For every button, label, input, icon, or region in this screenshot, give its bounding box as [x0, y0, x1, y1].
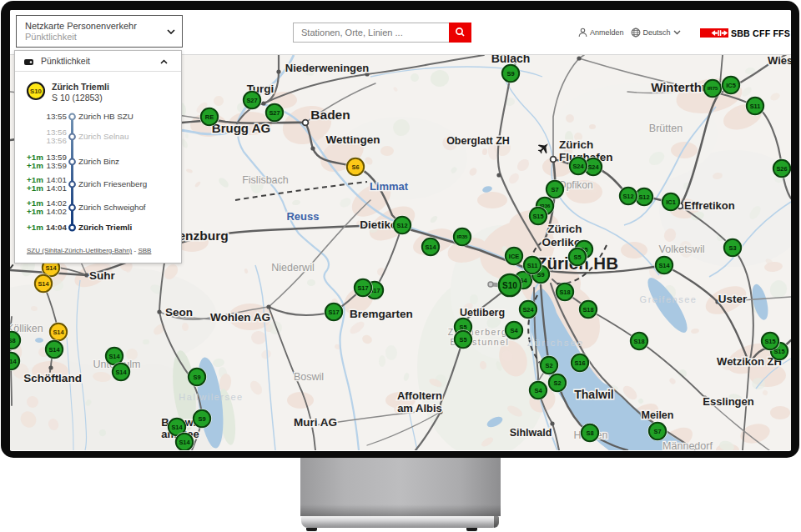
svg-text:S14: S14	[53, 329, 64, 336]
svg-text:Zürich: Zürich	[559, 138, 593, 151]
svg-text:Zürich Binz: Zürich Binz	[78, 157, 119, 166]
svg-text:S10: S10	[502, 281, 517, 290]
svg-text:Sihlwald: Sihlwald	[510, 427, 552, 439]
svg-text:Zürich: Zürich	[547, 223, 582, 235]
svg-text:Effretikon: Effretikon	[684, 199, 735, 212]
svg-text:S11: S11	[750, 103, 761, 110]
svg-text:RE: RE	[205, 113, 214, 121]
svg-text:S9: S9	[198, 415, 205, 423]
svg-text:S26: S26	[776, 165, 787, 173]
svg-text:13:59: 13:59	[46, 161, 67, 170]
svg-text:S14: S14	[179, 439, 190, 446]
svg-text:Uetliberg: Uetliberg	[460, 307, 505, 319]
svg-text:Greifensee: Greifensee	[640, 294, 698, 304]
svg-text:IC1: IC1	[666, 198, 676, 206]
svg-text:IR75: IR75	[708, 86, 718, 91]
svg-text:S14: S14	[115, 369, 127, 376]
svg-text:S14: S14	[658, 262, 670, 269]
svg-text:S27: S27	[269, 109, 280, 117]
svg-text:13:55: 13:55	[46, 112, 67, 121]
svg-text:Wettingen: Wettingen	[326, 133, 380, 146]
svg-text:+1m: +1m	[27, 183, 43, 193]
svg-text:Schöftland: Schöftland	[23, 372, 82, 384]
svg-text:+1m: +1m	[27, 161, 43, 170]
svg-text:S8: S8	[586, 429, 593, 437]
svg-text:Männedorf: Männedorf	[662, 440, 713, 450]
svg-text:Limmat: Limmat	[370, 180, 409, 193]
svg-text:S11: S11	[527, 262, 538, 269]
svg-text:S12: S12	[396, 222, 407, 229]
svg-text:Oberglatt ZH: Oberglatt ZH	[446, 135, 510, 147]
svg-text:S14: S14	[108, 353, 120, 360]
svg-text:14:04: 14:04	[46, 223, 68, 232]
svg-text:S2: S2	[545, 362, 552, 369]
svg-text:IR35: IR35	[457, 234, 468, 239]
svg-text:S24: S24	[522, 306, 534, 314]
svg-text:S14: S14	[171, 424, 183, 431]
svg-text:S8: S8	[10, 337, 16, 344]
svg-text:SBB CFF FFS: SBB CFF FFS	[731, 28, 790, 38]
svg-text:S5: S5	[459, 336, 466, 344]
svg-text:S10: S10	[30, 88, 43, 95]
svg-text:Niederweningen: Niederweningen	[285, 62, 369, 74]
svg-text:S14: S14	[38, 280, 49, 288]
svg-text:+1m: +1m	[27, 223, 43, 232]
svg-text:S18: S18	[633, 338, 644, 345]
svg-text:Zürichsee: Zürichsee	[527, 338, 585, 348]
svg-text:Esslingen: Esslingen	[703, 395, 753, 408]
svg-text:S16: S16	[574, 359, 585, 367]
svg-text:Zürich Selnau: Zürich Selnau	[78, 132, 128, 141]
svg-text:+1m: +1m	[27, 207, 43, 216]
svg-text:S24: S24	[572, 163, 584, 170]
svg-text:S18: S18	[582, 306, 593, 314]
svg-text:S14: S14	[48, 346, 60, 354]
svg-text:Niederwil: Niederwil	[271, 262, 314, 274]
svg-text:S3: S3	[728, 244, 736, 252]
svg-text:S5: S5	[573, 253, 581, 261]
svg-text:14:01: 14:01	[46, 183, 67, 193]
svg-text:ICE: ICE	[509, 253, 519, 260]
svg-text:Bülach: Bülach	[491, 55, 531, 65]
svg-text:Wiesendangen: Wiesendangen	[768, 55, 791, 67]
svg-text:Volketswil: Volketswil	[659, 243, 705, 255]
svg-text:Meilen: Meilen	[642, 409, 674, 421]
svg-text:Suhr: Suhr	[89, 269, 115, 282]
svg-text:Affoltern: Affoltern	[397, 389, 442, 402]
svg-text:S14: S14	[425, 243, 436, 251]
svg-text:S24: S24	[587, 163, 599, 171]
svg-text:Fislisbach: Fislisbach	[242, 174, 289, 186]
svg-text:S17: S17	[357, 284, 368, 292]
svg-text:S4: S4	[510, 327, 518, 334]
svg-text:Bremgarten: Bremgarten	[350, 308, 413, 320]
svg-text:13:56: 13:56	[46, 136, 67, 145]
svg-text:S7: S7	[551, 186, 558, 193]
svg-text:S14: S14	[10, 358, 17, 365]
svg-text:S14: S14	[45, 264, 57, 272]
svg-text:S17: S17	[328, 309, 339, 316]
svg-text:Seon: Seon	[165, 306, 193, 319]
svg-text:am Albis: am Albis	[397, 402, 442, 414]
svg-text:Brütten: Brütten	[649, 123, 683, 134]
svg-text:S12: S12	[622, 193, 633, 200]
svg-text:S 10 (12853): S 10 (12853)	[52, 93, 103, 103]
svg-text:S18: S18	[559, 289, 570, 296]
svg-text:S7: S7	[653, 428, 661, 435]
svg-text:S12: S12	[638, 193, 649, 201]
svg-text:Brugg AG: Brugg AG	[212, 121, 270, 135]
svg-text:Zürich Triemli: Zürich Triemli	[78, 223, 133, 232]
svg-text:Wohlen AG: Wohlen AG	[210, 311, 270, 324]
svg-text:Reuss: Reuss	[286, 210, 319, 223]
svg-text:14:02: 14:02	[46, 207, 67, 216]
svg-text:S4: S4	[534, 387, 542, 394]
svg-text:S9: S9	[193, 374, 200, 381]
svg-text:Zürich Schweighof: Zürich Schweighof	[78, 203, 146, 212]
svg-text:Muri AG: Muri AG	[294, 416, 337, 429]
svg-text:Thalwil: Thalwil	[574, 388, 613, 401]
svg-text:Zürich Triemli: Zürich Triemli	[52, 82, 109, 92]
svg-text:S27: S27	[246, 97, 257, 104]
svg-text:Zürich Friesenberg: Zürich Friesenberg	[78, 179, 147, 188]
svg-text:S15: S15	[532, 213, 543, 220]
svg-text:S2: S2	[553, 379, 561, 387]
svg-text:S15: S15	[764, 338, 775, 345]
svg-text:Zürich HB SZU: Zürich HB SZU	[78, 112, 134, 121]
